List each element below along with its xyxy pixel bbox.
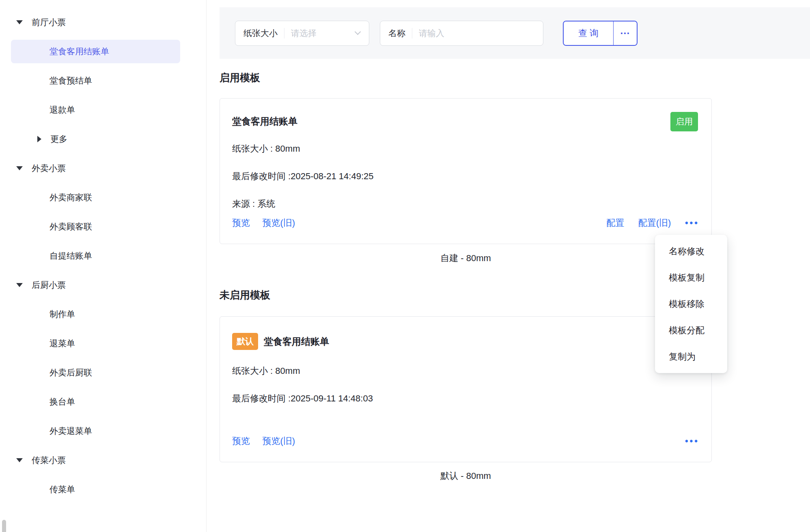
triangle-down-icon <box>16 166 23 170</box>
name-filter-field: 名称 <box>380 21 543 46</box>
enabled-templates-title: 启用模板 <box>220 71 260 84</box>
sidebar-item-label: 外卖商家联 <box>50 192 92 203</box>
sidebar-group-kitchen-tickets[interactable]: 后厨小票 <box>0 270 206 300</box>
menu-item-copy-as[interactable]: 复制为 <box>655 343 727 370</box>
sidebar-item-dinein-customer-bill[interactable]: 堂食客用结账单 <box>0 37 206 66</box>
query-button[interactable]: 查 询 <box>564 21 613 45</box>
paper-size-line: 纸张大小 : 80mm <box>232 142 699 155</box>
sidebar-item-takeout-customer-copy[interactable]: 外卖顾客联 <box>0 212 206 241</box>
more-icon[interactable]: ••• <box>685 218 699 228</box>
triangle-right-icon <box>37 136 41 142</box>
sidebar-group-label: 后厨小票 <box>32 279 66 291</box>
triangle-down-icon <box>16 458 23 462</box>
sidebar-item-serving-ticket[interactable]: 传菜单 <box>0 475 206 504</box>
sidebar-item-label: 堂食预结单 <box>50 75 92 86</box>
sidebar-item-label: 更多 <box>50 133 67 145</box>
preview-link[interactable]: 预览 <box>232 218 250 228</box>
context-menu: 名称修改 模板复制 模板移除 模板分配 复制为 <box>655 235 727 373</box>
triangle-down-icon <box>16 20 23 24</box>
card-title: 堂食客用结账单 <box>264 335 329 348</box>
sidebar-item-selfpickup-bill[interactable]: 自提结账单 <box>0 241 206 270</box>
preview-old-link[interactable]: 预览(旧) <box>262 436 295 446</box>
paper-size-select[interactable]: 纸张大小 请选择 <box>235 21 369 46</box>
modified-time-line: 最后修改时间 :2025-08-21 14:49:25 <box>232 170 699 183</box>
sidebar-item-change-table-ticket[interactable]: 换台单 <box>0 387 206 416</box>
paper-size-placeholder: 请选择 <box>291 28 355 39</box>
card-actions-left: 预览 预览(旧) <box>232 435 306 447</box>
query-button-group: 查 询 ··· <box>563 21 638 46</box>
sidebar-item-label: 外卖顾客联 <box>50 221 92 232</box>
menu-item-copy-template[interactable]: 模板复制 <box>655 264 727 291</box>
sidebar-item-label: 外卖退菜单 <box>50 425 92 437</box>
menu-item-rename[interactable]: 名称修改 <box>655 238 727 264</box>
sidebar-item-label: 换台单 <box>50 396 75 408</box>
card-actions-left: 预览 预览(旧) <box>232 217 306 229</box>
enabled-template-card: 启用 堂食客用结账单 纸张大小 : 80mm 最后修改时间 :2025-08-2… <box>220 98 712 244</box>
sidebar-item-production-ticket[interactable]: 制作单 <box>0 300 206 329</box>
card-header: 默认 堂食客用结账单 <box>232 333 699 350</box>
sidebar: 前厅小票 堂食客用结账单 堂食预结单 退款单 更多 外卖小票 外卖商家联 外卖顾… <box>0 0 207 532</box>
sidebar-group-label: 传菜小票 <box>32 455 66 466</box>
sidebar-item-dinein-prebill[interactable]: 堂食预结单 <box>0 66 206 95</box>
sidebar-item-refund-ticket[interactable]: 退款单 <box>0 95 206 124</box>
card-actions-right: 配置 配置(旧) ••• <box>594 217 699 229</box>
modified-time-line: 最后修改时间 :2025-09-11 14:48:03 <box>232 392 699 405</box>
card-header: 堂食客用结账单 <box>232 115 699 128</box>
disabled-template-card: 默认 堂食客用结账单 纸张大小 : 80mm 最后修改时间 :2025-09-1… <box>220 316 712 462</box>
receipt-template-settings-page: 前厅小票 堂食客用结账单 堂食预结单 退款单 更多 外卖小票 外卖商家联 外卖顾… <box>0 0 810 532</box>
sidebar-item-label: 制作单 <box>50 309 75 320</box>
preview-old-link[interactable]: 预览(旧) <box>262 218 295 228</box>
sidebar-item-takeout-merchant-copy[interactable]: 外卖商家联 <box>0 183 206 212</box>
sidebar-item-label: 传菜单 <box>50 484 75 495</box>
more-icon[interactable]: ••• <box>685 436 699 446</box>
paper-size-line: 纸张大小 : 80mm <box>232 365 699 378</box>
default-badge: 默认 <box>232 333 258 350</box>
config-old-link[interactable]: 配置(旧) <box>638 218 671 228</box>
filter-bar: 纸张大小 请选择 名称 查 询 ··· <box>220 7 810 59</box>
sidebar-group-takeout-tickets[interactable]: 外卖小票 <box>0 154 206 183</box>
triangle-down-icon <box>16 283 23 287</box>
sidebar-item-return-dish-ticket[interactable]: 退菜单 <box>0 329 206 358</box>
enabled-card-footer: 自建 - 80mm <box>220 252 712 264</box>
main-content: 纸张大小 请选择 名称 查 询 ··· 启用模板 启用 堂食客用结账单 纸张大小… <box>207 0 810 532</box>
name-input[interactable] <box>419 28 537 38</box>
chevron-down-icon <box>355 29 361 35</box>
scrollbar-thumb[interactable] <box>2 520 6 532</box>
sidebar-item-label: 退款单 <box>50 104 75 116</box>
field-divider <box>412 28 412 39</box>
card-actions-row: 预览 预览(旧) ••• <box>232 435 699 447</box>
menu-item-remove-template[interactable]: 模板移除 <box>655 291 727 317</box>
card-actions-row: 预览 预览(旧) 配置 配置(旧) ••• <box>232 217 699 229</box>
paper-size-label: 纸张大小 <box>243 28 278 39</box>
source-line: 来源 : 系统 <box>232 197 699 210</box>
disabled-templates-title: 未启用模板 <box>220 289 270 301</box>
field-divider <box>284 28 284 39</box>
sidebar-item-label: 堂食客用结账单 <box>50 46 109 57</box>
enabled-status-badge: 启用 <box>670 112 698 131</box>
sidebar-item-label: 退菜单 <box>50 338 75 349</box>
sidebar-group-label: 前厅小票 <box>32 17 66 28</box>
config-link[interactable]: 配置 <box>606 218 624 228</box>
card-title: 堂食客用结账单 <box>232 115 297 128</box>
preview-link[interactable]: 预览 <box>232 436 250 446</box>
sidebar-group-front-hall-tickets[interactable]: 前厅小票 <box>0 8 206 37</box>
card-actions-right: ••• <box>673 436 699 446</box>
sidebar-item-takeout-return-ticket[interactable]: 外卖退菜单 <box>0 416 206 446</box>
sidebar-group-serving-tickets[interactable]: 传菜小票 <box>0 446 206 475</box>
sidebar-group-label: 外卖小票 <box>32 163 66 174</box>
sidebar-item-more[interactable]: 更多 <box>0 124 206 154</box>
disabled-card-footer: 默认 - 80mm <box>220 470 712 482</box>
name-label: 名称 <box>388 28 405 39</box>
sidebar-item-label: 自提结账单 <box>50 250 92 262</box>
menu-item-assign-template[interactable]: 模板分配 <box>655 317 727 343</box>
sidebar-item-takeout-kitchen-copy[interactable]: 外卖后厨联 <box>0 358 206 387</box>
sidebar-item-label: 外卖后厨联 <box>50 367 92 378</box>
filter-more-button[interactable]: ··· <box>613 21 637 45</box>
